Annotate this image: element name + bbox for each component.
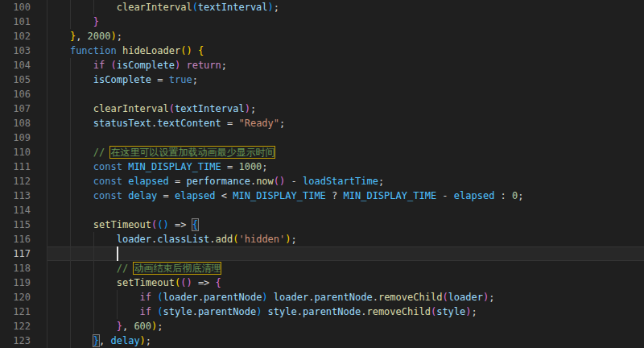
code-token: . <box>373 292 378 303</box>
code-editor[interactable]: 100 clearInterval(textInterval);101 }102… <box>0 0 644 348</box>
line-number[interactable]: 109 <box>0 130 47 145</box>
code-line[interactable]: 112 const elapsed = performance.now() - … <box>0 174 644 188</box>
line-number[interactable]: 102 <box>0 29 47 44</box>
code-token: delay <box>110 335 139 346</box>
indent-guide <box>117 304 118 319</box>
line-number[interactable]: 112 <box>0 174 47 188</box>
line-number[interactable]: 116 <box>0 232 47 246</box>
line-number[interactable]: 106 <box>0 87 47 102</box>
code-token <box>47 277 117 288</box>
line-number[interactable]: 120 <box>0 290 47 304</box>
code-token: now <box>256 176 274 187</box>
code-token: delay <box>128 190 157 201</box>
code-token: - <box>285 176 303 187</box>
line-number[interactable]: 103 <box>0 44 47 58</box>
code-line[interactable]: 117 <box>0 246 644 261</box>
text-cursor <box>117 246 118 261</box>
code-line[interactable]: 122 }, 600); <box>0 319 644 334</box>
line-number[interactable]: 117 <box>0 246 47 261</box>
code-token: 600 <box>134 321 151 332</box>
code-token: ) <box>245 103 250 114</box>
code-line[interactable]: 108 statusText.textContent = "Ready"; <box>0 116 644 130</box>
indent-guide <box>70 0 71 14</box>
code-token: ( <box>442 292 448 303</box>
code-line[interactable]: 120 if (loader.parentNode) loader.parent… <box>0 290 644 304</box>
line-number[interactable]: 119 <box>0 276 47 290</box>
line-number[interactable]: 101 <box>0 14 47 29</box>
line-number[interactable]: 118 <box>0 261 47 276</box>
code-line[interactable]: 105 isComplete = true; <box>0 72 644 87</box>
code-token <box>47 45 70 56</box>
code-line-content: function hideLoader() { <box>47 44 644 58</box>
code-token: . <box>209 234 215 245</box>
code-token: { <box>216 277 221 288</box>
code-line-content: const delay = elapsed < MIN_DISPLAY_TIME… <box>47 188 644 203</box>
code-token: setTimeout <box>117 277 175 288</box>
indent-guide <box>93 246 94 261</box>
code-line[interactable]: 118 // 动画结束后彻底清理 <box>0 261 644 276</box>
code-token: } <box>93 16 99 27</box>
indent-guide <box>47 145 47 160</box>
code-line[interactable]: 104 if (isComplete) return; <box>0 58 644 72</box>
indent-guide <box>47 174 47 188</box>
line-number[interactable]: 114 <box>0 203 47 218</box>
code-token: MIN_DISPLAY_TIME <box>128 161 221 172</box>
line-number[interactable]: 111 <box>0 160 47 174</box>
code-line[interactable]: 123 }, delay); <box>0 334 644 348</box>
line-number[interactable]: 123 <box>0 334 47 348</box>
line-number[interactable]: 122 <box>0 319 47 334</box>
code-line[interactable]: 109 <box>0 130 644 145</box>
code-line[interactable]: 121 if (style.parentNode) style.parentNo… <box>0 304 644 319</box>
code-token: = <box>221 118 239 129</box>
code-line-content: // 动画结束后彻底清理 <box>47 261 644 276</box>
indent-guide <box>70 116 71 130</box>
indent-guide <box>47 232 47 246</box>
line-number[interactable]: 100 <box>0 0 47 14</box>
code-line[interactable]: 106 <box>0 87 644 102</box>
code-line-content <box>47 87 644 102</box>
line-number[interactable]: 107 <box>0 102 47 116</box>
code-token: ; <box>378 176 384 187</box>
line-number[interactable]: 108 <box>0 116 47 130</box>
line-number[interactable]: 110 <box>0 145 47 160</box>
indent-guide <box>70 246 71 261</box>
code-line[interactable]: 101 } <box>0 14 644 29</box>
code-token <box>268 292 274 303</box>
code-token: ? <box>326 190 344 201</box>
code-token: parentNode <box>198 306 256 317</box>
indent-guide <box>70 102 71 116</box>
code-token: ) <box>140 335 146 346</box>
code-token: : <box>494 190 512 201</box>
line-number[interactable]: 113 <box>0 188 47 203</box>
line-number[interactable]: 104 <box>0 58 47 72</box>
code-line[interactable]: 107 clearInterval(textInterval); <box>0 102 644 116</box>
code-line[interactable]: 113 const delay = elapsed < MIN_DISPLAY_… <box>0 188 644 203</box>
code-line[interactable]: 100 clearInterval(textInterval); <box>0 0 644 14</box>
code-token: hideLoader <box>122 45 180 56</box>
indent-guide <box>70 334 71 348</box>
unicode-highlight: 动画结束后彻底清理 <box>134 263 221 274</box>
code-token: - <box>436 190 454 201</box>
code-line[interactable]: 119 setTimeout(() => { <box>0 276 644 290</box>
unicode-highlight: 在这里可以设置加载动画最少显示时间 <box>110 147 275 158</box>
line-number[interactable]: 115 <box>0 218 47 232</box>
line-number[interactable]: 105 <box>0 72 47 87</box>
code-token: ; <box>489 292 494 303</box>
code-token <box>47 248 117 259</box>
code-line[interactable]: 115 setTimeout(() => { <box>0 218 644 232</box>
code-line[interactable]: 111 const MIN_DISPLAY_TIME = 1000; <box>0 160 644 174</box>
indent-guide <box>70 145 71 160</box>
code-line[interactable]: 116 loader.classList.add('hidden'); <box>0 232 644 246</box>
code-line[interactable]: 103 function hideLoader() { <box>0 44 644 58</box>
code-line[interactable]: 114 <box>0 203 644 218</box>
indent-guide <box>117 290 118 304</box>
code-token: if <box>140 292 158 303</box>
line-number[interactable]: 121 <box>0 304 47 319</box>
code-token: . <box>297 306 303 317</box>
indent-guide <box>70 290 71 304</box>
code-line[interactable]: 102 }, 2000); <box>0 29 644 44</box>
code-line[interactable]: 110 // 在这里可以设置加载动画最少显示时间 <box>0 145 644 160</box>
code-token: statusText <box>93 118 151 129</box>
indent-guide <box>47 319 47 334</box>
code-token: style <box>268 306 297 317</box>
